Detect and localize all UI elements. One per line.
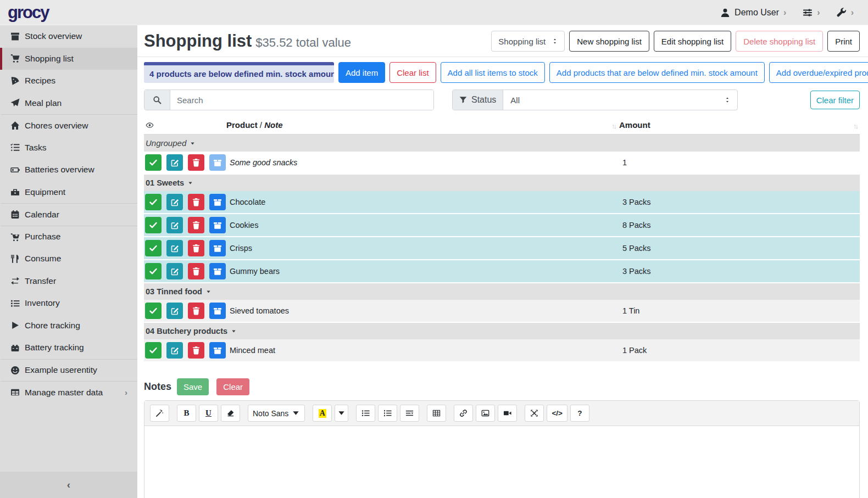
underline-button[interactable]: U [199,405,218,422]
clear-list-button[interactable]: Clear list [390,62,436,83]
clear-filter-button[interactable]: Clear filter [810,91,860,109]
mark-done-button[interactable] [145,154,162,171]
status-filter-group: Status All [452,89,738,110]
magic-style-button[interactable] [150,405,169,422]
main-content: Shopping list$35.52 total value Shopping… [137,25,868,498]
edit-item-button[interactable] [166,240,183,256]
sidebar-item-battery-tracking[interactable]: Battery tracking [0,337,137,359]
add-item-button[interactable]: Add item [338,62,385,83]
sidebar-item-transfer[interactable]: Transfer [0,270,137,293]
code-view-button[interactable]: </> [547,405,567,422]
sidebar-item-calendar[interactable]: Calendar [0,203,137,226]
mark-done-button[interactable] [145,240,162,256]
delete-shopping-list-button[interactable]: Delete shopping list [736,31,823,52]
unordered-list-button[interactable] [356,405,375,422]
sidebar-item-tasks[interactable]: Tasks [0,137,137,159]
text-color-dropdown[interactable] [335,405,348,422]
edit-item-button[interactable] [166,342,183,359]
add-all-to-stock-button[interactable]: Add all list items to stock [441,62,545,83]
sidebar-item-recipes[interactable]: Recipes [0,70,137,92]
paragraph-style-button[interactable] [400,405,419,422]
fullscreen-button[interactable] [525,405,544,422]
magic-wand-icon [155,409,164,417]
notes-save-button[interactable]: Save [177,378,209,395]
edit-item-button[interactable] [166,154,183,171]
delete-item-button[interactable] [188,342,204,359]
ordered-list-button[interactable] [378,405,397,422]
delete-item-button[interactable] [188,263,204,279]
add-to-stock-button[interactable] [209,303,226,319]
sidebar-item-equipment[interactable]: Equipment [0,181,137,204]
sidebar-item-chores-overview[interactable]: Chores overview [0,114,137,137]
add-below-min-button[interactable]: Add products that are below defined min.… [549,62,765,83]
mark-done-button[interactable] [145,342,162,359]
group-row-tinned-food[interactable]: 03 Tinned food [144,283,860,300]
sidebar-collapse-button[interactable]: ‹ [0,472,137,498]
delete-item-button[interactable] [188,240,204,256]
eraser-icon [226,409,235,417]
edit-item-button[interactable] [166,194,183,210]
smiley-icon [10,366,20,375]
add-overdue-button[interactable]: Add overdue/expired products [769,62,868,83]
group-row-sweets[interactable]: 01 Sweets [144,174,860,191]
shopping-list-select[interactable]: Shopping list [491,31,565,52]
status-select[interactable]: All [503,90,737,110]
delete-item-button[interactable] [188,217,204,233]
add-to-stock-button[interactable] [209,263,226,279]
mark-done-button[interactable] [145,217,162,233]
admin-menu[interactable]: › [837,8,854,18]
sidebar-item-label: Calendar [25,210,59,220]
edit-item-button[interactable] [166,303,183,319]
font-family-dropdown[interactable]: Noto Sans [248,405,305,422]
sidebar-item-chore-tracking[interactable]: Chore tracking [0,315,137,337]
sidebar-item-label: Manage master data [25,388,103,398]
group-row-ungrouped[interactable]: Ungrouped [144,135,860,152]
toggle-done-items-header[interactable] [144,117,225,135]
add-to-stock-button[interactable] [209,194,226,210]
mark-done-button[interactable] [145,303,162,319]
add-to-stock-button[interactable] [209,154,226,171]
sidebar-item-meal-plan[interactable]: Meal plan [0,92,137,115]
sidebar-item-consume[interactable]: Consume [0,248,137,270]
clear-formatting-button[interactable] [221,405,240,422]
sidebar-item-manage-master-data[interactable]: Manage master data› [0,381,137,404]
sidebar-item-purchase[interactable]: Purchase [0,226,137,248]
mark-done-button[interactable] [145,194,162,210]
notes-editor-body[interactable] [144,426,859,498]
insert-table-button[interactable] [427,405,446,422]
insert-image-button[interactable] [476,405,495,422]
notes-clear-button[interactable]: Clear [216,378,249,395]
add-to-stock-button[interactable] [209,217,226,233]
amount-column-header[interactable]: Amount ↑↓ [618,117,860,135]
text-color-button[interactable]: A [313,405,332,422]
insert-video-button[interactable] [498,405,517,422]
sidebar-item-stock-overview[interactable]: Stock overview [0,25,137,48]
delete-item-button[interactable] [188,194,204,210]
search-input[interactable] [170,90,433,110]
new-shopping-list-button[interactable]: New shopping list [569,31,649,52]
edit-item-button[interactable] [166,217,183,233]
mark-done-button[interactable] [145,263,162,279]
sort-icon[interactable]: ↑↓ [853,122,857,130]
sidebar-item-shopping-list[interactable]: Shopping list [0,48,137,70]
add-to-stock-button[interactable] [209,240,226,256]
insert-link-button[interactable] [454,405,473,422]
print-button[interactable]: Print [827,31,860,52]
product-note-column-header[interactable]: Product / Note ↑↓ [225,117,618,135]
sidebar-item-example-userentity[interactable]: Example userentity [0,359,137,382]
sort-icon[interactable]: ↑↓ [611,122,615,130]
edit-shopping-list-button[interactable]: Edit shopping list [654,31,731,52]
help-button[interactable]: ? [570,405,589,422]
settings-menu[interactable]: › [803,8,820,18]
delete-item-button[interactable] [188,303,204,319]
sidebar-item-inventory[interactable]: Inventory [0,292,137,315]
group-row-butchery-products[interactable]: 04 Butchery products [144,322,860,339]
bold-button[interactable]: B [177,405,196,422]
caret-down-icon [292,409,300,417]
add-to-stock-button[interactable] [209,342,226,359]
delete-item-button[interactable] [188,154,204,171]
user-menu[interactable]: Demo User › [720,8,786,18]
sidebar-item-batteries-overview[interactable]: Batteries overview [0,159,137,181]
sidebar-item-label: Transfer [25,276,56,286]
edit-item-button[interactable] [166,263,183,279]
